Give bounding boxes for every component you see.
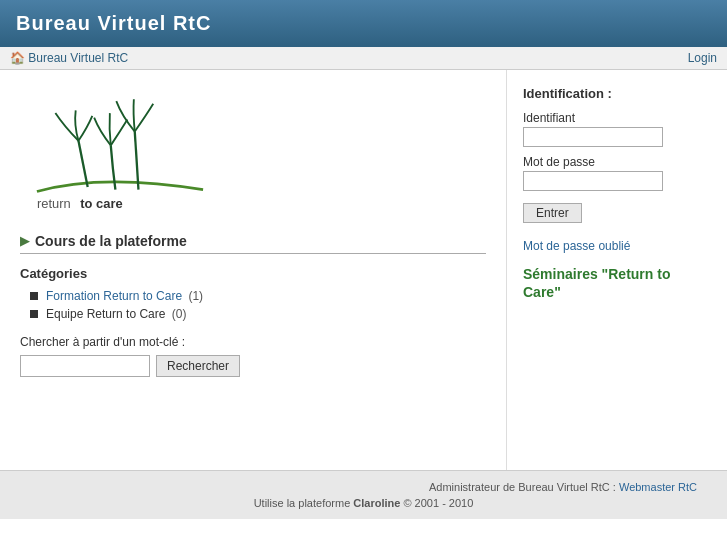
footer: Administrateur de Bureau Virtuel RtC : W… bbox=[0, 470, 727, 519]
header: Bureau Virtuel RtC bbox=[0, 0, 727, 47]
category-link-formation[interactable]: Formation Return to Care bbox=[46, 289, 182, 303]
login-link[interactable]: Login bbox=[688, 51, 717, 65]
password-input[interactable] bbox=[523, 171, 663, 191]
password-label: Mot de passe bbox=[523, 155, 711, 169]
list-item: Equipe Return to Care (0) bbox=[30, 307, 486, 321]
platform-years: © 2001 - 2010 bbox=[403, 497, 473, 509]
category-count-equipe: (0) bbox=[168, 307, 186, 321]
app-title: Bureau Virtuel RtC bbox=[16, 12, 711, 35]
categories-label: Catégories bbox=[20, 266, 486, 281]
search-input[interactable] bbox=[20, 355, 150, 377]
search-label: Chercher à partir d'un mot-clé : bbox=[20, 335, 486, 349]
section-heading: ▶ Cours de la plateforme bbox=[20, 233, 486, 254]
platform-label: Utilise la plateforme bbox=[254, 497, 351, 509]
svg-text:to care: to care bbox=[80, 196, 122, 210]
admin-label: Administrateur de Bureau Virtuel RtC : bbox=[429, 481, 616, 493]
list-item: Formation Return to Care (1) bbox=[30, 289, 486, 303]
bullet-icon bbox=[30, 292, 38, 300]
category-count-formation: (1) bbox=[185, 289, 203, 303]
section-title: Cours de la plateforme bbox=[35, 233, 187, 249]
entrer-button[interactable]: Entrer bbox=[523, 203, 582, 223]
bullet-icon bbox=[30, 310, 38, 318]
categories-list: Formation Return to Care (1) Equipe Retu… bbox=[30, 289, 486, 321]
admin-link[interactable]: Webmaster RtC bbox=[619, 481, 697, 493]
identification-title: Identification : bbox=[523, 86, 711, 101]
breadcrumb: 🏠 Bureau Virtuel RtC bbox=[10, 51, 128, 65]
identifiant-label: Identifiant bbox=[523, 111, 711, 125]
platform-name: Claroline bbox=[353, 497, 400, 509]
logo-image: return to care bbox=[20, 90, 220, 210]
seminaires-title: Séminaires "Return to Care" bbox=[523, 265, 711, 301]
search-button[interactable]: Rechercher bbox=[156, 355, 240, 377]
identifiant-input[interactable] bbox=[523, 127, 663, 147]
forgot-password-link[interactable]: Mot de passe oublié bbox=[523, 239, 711, 253]
category-text-equipe: Equipe Return to Care bbox=[46, 307, 165, 321]
footer-platform: Utilise la plateforme Claroline © 2001 -… bbox=[10, 497, 717, 509]
footer-admin: Administrateur de Bureau Virtuel RtC : W… bbox=[10, 481, 717, 493]
left-content: return to care ▶ Cours de la plateforme … bbox=[0, 70, 507, 470]
section-arrow-icon: ▶ bbox=[20, 234, 29, 248]
svg-text:return: return bbox=[37, 196, 71, 210]
main-layout: return to care ▶ Cours de la plateforme … bbox=[0, 70, 727, 470]
identification-section: Identification : Identifiant Mot de pass… bbox=[523, 86, 711, 223]
search-row: Rechercher bbox=[20, 355, 486, 377]
right-panel: Identification : Identifiant Mot de pass… bbox=[507, 70, 727, 470]
breadcrumb-bar: 🏠 Bureau Virtuel RtC Login bbox=[0, 47, 727, 70]
home-icon: 🏠 bbox=[10, 51, 25, 65]
breadcrumb-link[interactable]: Bureau Virtuel RtC bbox=[28, 51, 128, 65]
logo-area: return to care bbox=[20, 90, 486, 213]
